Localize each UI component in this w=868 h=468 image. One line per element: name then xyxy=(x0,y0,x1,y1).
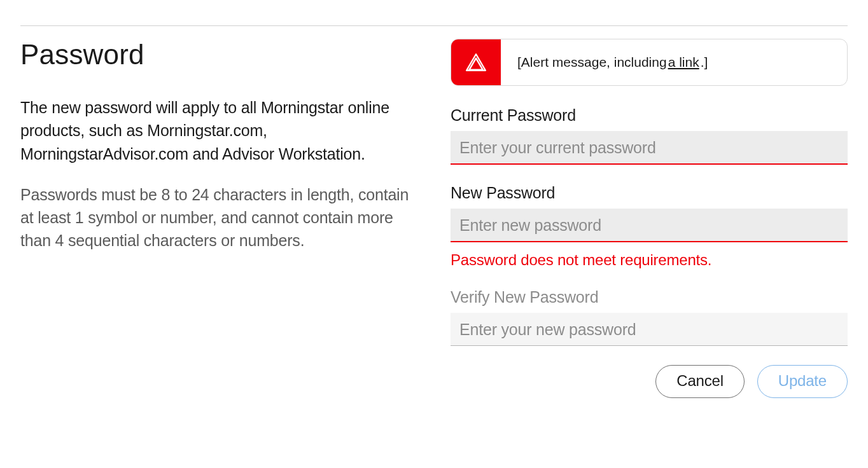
cancel-button[interactable]: Cancel xyxy=(655,365,745,398)
new-password-error: Password does not meet requirements. xyxy=(451,251,848,269)
current-password-input[interactable] xyxy=(451,131,848,165)
info-column: Password The new password will apply to … xyxy=(20,39,415,398)
current-password-field: Current Password xyxy=(451,106,848,165)
page-title: Password xyxy=(20,39,415,71)
form-column: [Alert message, including a link .] Curr… xyxy=(451,39,848,398)
current-password-label: Current Password xyxy=(451,106,848,125)
new-password-input[interactable] xyxy=(451,209,848,242)
password-scope-description: The new password will apply to all Morni… xyxy=(20,96,415,165)
update-button[interactable]: Update xyxy=(757,365,848,398)
form-actions: Cancel Update xyxy=(451,365,848,398)
alert-text-suffix: .] xyxy=(701,55,708,70)
alert-triangle-icon xyxy=(465,52,487,73)
alert-text-prefix: [Alert message, including xyxy=(517,55,667,70)
alert-link[interactable]: a link xyxy=(668,55,699,70)
alert-banner: [Alert message, including a link .] xyxy=(451,39,848,86)
alert-icon-badge xyxy=(451,39,501,85)
verify-password-field: Verify New Password xyxy=(451,288,848,346)
verify-password-label: Verify New Password xyxy=(451,288,848,306)
alert-message: [Alert message, including a link .] xyxy=(501,39,724,85)
verify-password-input[interactable] xyxy=(451,313,848,346)
new-password-field: New Password Password does not meet requ… xyxy=(451,184,848,269)
new-password-label: New Password xyxy=(451,184,848,202)
top-divider xyxy=(20,25,848,26)
password-requirements-text: Passwords must be 8 to 24 characters in … xyxy=(20,183,415,252)
